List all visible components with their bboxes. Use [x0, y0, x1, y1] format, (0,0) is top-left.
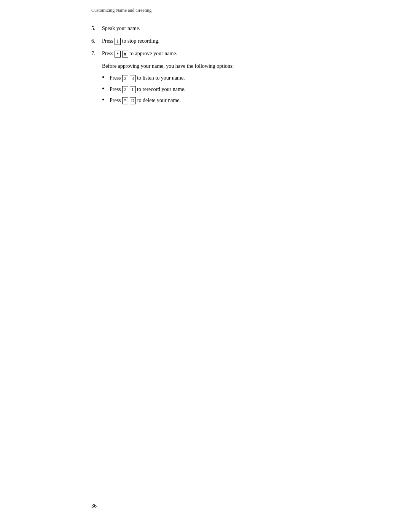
key-star-step7: * — [115, 51, 121, 58]
key-d-bullet3: D — [130, 97, 136, 104]
key-hash-step7: # — [122, 51, 128, 58]
step7-after: to approve your name. — [128, 51, 177, 56]
list-item-5: 5. Speak your name. — [91, 24, 320, 32]
ordered-list: 5. Speak your name. 6. Press 1 to stop r… — [91, 24, 320, 58]
step7-before: Press — [102, 51, 115, 56]
bullet-dot-1: • — [102, 74, 110, 81]
step6-after: to stop recording. — [121, 38, 159, 44]
bullet-item-3: • Press * D to delete your name. — [102, 96, 320, 104]
bullet3-after: to delete your name. — [136, 97, 181, 103]
bullet1-after: to listen to your name. — [136, 75, 185, 81]
page-container: Customizing Name and Greeting 5. Speak y… — [0, 0, 411, 532]
step-text-5: Speak your name. — [102, 24, 320, 32]
bullet3-before: Press — [110, 97, 122, 103]
bullet2-after: to rerecord your name. — [136, 86, 186, 92]
step-number-6: 6. — [91, 38, 102, 44]
bullet-item-1: • Press 2 3 to listen to your name. — [102, 74, 320, 82]
header-section: Customizing Name and Greeting — [91, 8, 320, 15]
list-item-6: 6. Press 1 to stop recording. — [91, 37, 320, 45]
bullet2-before: Press — [110, 86, 122, 92]
bullet-content-2: Press 2 1 to rerecord your name. — [110, 85, 320, 93]
indented-block: Before approving your name, you have the… — [102, 62, 320, 104]
step-number-5: 5. — [91, 26, 102, 32]
key-2-bullet2: 2 — [122, 86, 128, 93]
header-rule — [91, 15, 320, 15]
bullet-content-1: Press 2 3 to listen to your name. — [110, 74, 320, 82]
indented-text: Before approving your name, you have the… — [102, 62, 320, 70]
key-star-bullet3: * — [122, 97, 128, 104]
list-item-7: 7. Press * # to approve your name. — [91, 50, 320, 58]
page-number: 36 — [91, 503, 97, 509]
step6-before: Press — [102, 38, 115, 44]
key-2-bullet1: 2 — [122, 75, 128, 82]
bullet-content-3: Press * D to delete your name. — [110, 96, 320, 104]
bullet1-before: Press — [110, 75, 122, 81]
bullet-dot-3: • — [102, 96, 110, 103]
header-title: Customizing Name and Greeting — [91, 8, 320, 13]
content-section: 5. Speak your name. 6. Press 1 to stop r… — [91, 24, 320, 104]
bullet-dot-2: • — [102, 85, 110, 92]
bullet-list: • Press 2 3 to listen to your name. • Pr… — [102, 74, 320, 104]
key-1-bullet2: 1 — [130, 86, 136, 93]
key-3-bullet1: 3 — [130, 75, 136, 82]
key-1-step6: 1 — [115, 38, 121, 45]
step-text-7: Press * # to approve your name. — [102, 50, 320, 58]
step-text-6: Press 1 to stop recording. — [102, 37, 320, 45]
step-number-7: 7. — [91, 51, 102, 57]
bullet-item-2: • Press 2 1 to rerecord your name. — [102, 85, 320, 93]
